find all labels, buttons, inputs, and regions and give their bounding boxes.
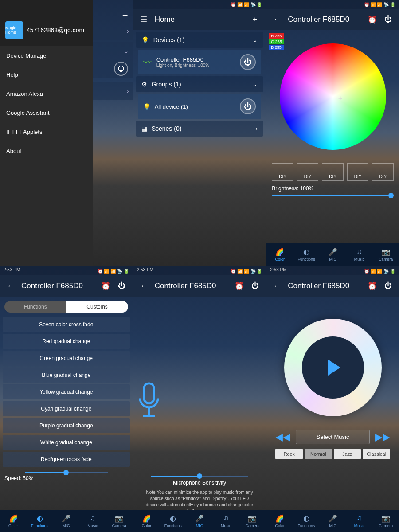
power-icon[interactable]: ⏻ xyxy=(250,281,260,291)
back-icon[interactable]: ← xyxy=(272,14,282,25)
chevron-down-icon: ⌄ xyxy=(124,47,129,55)
section-label: Groups (1) xyxy=(152,81,181,88)
alarm-icon[interactable]: ⏰ xyxy=(367,14,378,25)
tab-music[interactable]: ♫Music xyxy=(346,510,373,532)
page-title: Home xyxy=(155,15,175,24)
power-button[interactable]: ⏻ xyxy=(240,54,256,70)
section-groups[interactable]: ⚙ Groups (1) ⌄ xyxy=(136,76,263,92)
diy-preset[interactable]: DIY xyxy=(347,163,369,181)
alarm-icon[interactable]: ⏰ xyxy=(101,281,111,291)
menu-help[interactable]: Help xyxy=(0,65,93,84)
sensitivity-label: Microphone Sensitivity xyxy=(133,480,266,486)
tab-mic[interactable]: 🎤MIC xyxy=(53,510,79,532)
function-item[interactable]: Blue gradual change xyxy=(3,368,130,383)
user-email: 457162863@qq.com xyxy=(27,27,84,34)
power-icon[interactable]: ⏻ xyxy=(114,62,128,76)
alarm-icon[interactable]: ⏰ xyxy=(234,281,244,291)
menu-ifttt[interactable]: IFTTT Applets xyxy=(0,122,93,141)
function-item[interactable]: Cyan gradual change xyxy=(3,401,130,416)
diy-preset[interactable]: DIY xyxy=(297,163,319,181)
tab-mic[interactable]: 🎤MIC xyxy=(320,243,346,266)
function-item[interactable]: Yellow gradual change xyxy=(3,384,130,399)
power-button[interactable]: ⏻ xyxy=(240,98,256,114)
power-icon[interactable]: ⏻ xyxy=(383,281,394,291)
add-icon[interactable]: + xyxy=(250,14,260,25)
brightness-label: Brightness: 100% xyxy=(272,185,394,192)
function-item[interactable]: White gradual change xyxy=(3,435,130,450)
select-music-button[interactable]: Select Music xyxy=(296,430,370,444)
page-title: Controller F685D0 xyxy=(288,282,349,290)
genre-rock[interactable]: Rock xyxy=(275,449,303,459)
next-button[interactable]: ▶▶ xyxy=(375,431,390,443)
tab-functions[interactable]: ◐Functions xyxy=(293,243,320,266)
tab-music[interactable]: ♫Music xyxy=(79,510,106,532)
function-item[interactable]: Seven color cross fade xyxy=(3,317,130,332)
function-item[interactable]: Purple gradual change xyxy=(3,418,130,433)
sensitivity-slider[interactable] xyxy=(151,476,248,477)
function-item[interactable]: Green gradual change xyxy=(3,351,130,366)
screen-functions: 2:53 PM⏰ 📶 📶 📡 🔋 ← Controller F685D0 ⏰ ⏻… xyxy=(0,266,133,532)
segment-control[interactable]: Functions Customs xyxy=(4,301,128,313)
status-icons: ⏰ 📶 📶 📡 🔋 xyxy=(364,267,395,274)
tab-color[interactable]: 🌈Color xyxy=(266,243,293,266)
function-item[interactable]: Red/green cross fade xyxy=(3,452,130,467)
play-button[interactable] xyxy=(328,360,340,376)
tab-functions[interactable]: ◐Functions xyxy=(160,510,186,532)
status-time: 2:53 PM xyxy=(137,267,153,274)
tab-camera[interactable]: 📷Camera xyxy=(106,510,133,532)
tab-camera[interactable]: 📷Camera xyxy=(239,510,266,532)
menu-google[interactable]: Google Assistant xyxy=(0,103,93,122)
segment-customs[interactable]: Customs xyxy=(66,301,128,313)
tab-color[interactable]: 🌈Color xyxy=(133,510,160,532)
group-row[interactable]: 💡 All device (1) ⏻ xyxy=(138,94,262,119)
back-icon[interactable]: ← xyxy=(272,281,282,291)
device-status: Light on, Brightness: 100% xyxy=(156,63,210,68)
chevron-right-icon: › xyxy=(127,87,129,94)
tab-mic[interactable]: 🎤MIC xyxy=(186,510,213,532)
tab-music[interactable]: ♫Music xyxy=(346,243,373,266)
svg-rect-0 xyxy=(144,383,154,403)
screen-home: ⏰ 📶 📶 📡 🔋 ☰ Home + 💡 Devices (1) ⌄ 〰 Con… xyxy=(133,0,266,266)
speed-slider[interactable] xyxy=(25,472,108,473)
function-item[interactable]: Red gradual change xyxy=(3,334,130,349)
device-row[interactable]: 〰 Controller F685D0 Light on, Brightness… xyxy=(138,50,262,74)
section-devices[interactable]: 💡 Devices (1) ⌄ xyxy=(136,32,263,48)
menu-alexa[interactable]: Amazon Alexa xyxy=(0,84,93,103)
color-picker-cursor: + xyxy=(338,94,342,102)
color-wheel[interactable]: + xyxy=(280,43,386,150)
diy-preset[interactable]: DIY xyxy=(322,163,344,181)
segment-functions[interactable]: Functions xyxy=(4,301,66,313)
brightness-slider[interactable] xyxy=(272,195,394,196)
section-scenes[interactable]: ▦ Scenes (0) › xyxy=(136,121,263,137)
back-icon[interactable]: ← xyxy=(139,281,149,291)
prev-button[interactable]: ◀◀ xyxy=(275,431,290,443)
chevron-down-icon: ⌄ xyxy=(252,36,258,43)
section-label: Scenes (0) xyxy=(152,125,182,132)
tab-camera[interactable]: 📷Camera xyxy=(372,510,399,532)
bottom-tabs: 🌈Color ◐Functions 🎤MIC ♫Music 📷Camera xyxy=(266,243,399,266)
genre-classical[interactable]: Classical xyxy=(363,449,390,459)
tab-color[interactable]: 🌈Color xyxy=(266,510,293,532)
add-icon[interactable]: + xyxy=(122,10,128,21)
menu-icon[interactable]: ☰ xyxy=(139,14,149,25)
tab-functions[interactable]: ◐Functions xyxy=(27,510,53,532)
power-icon[interactable]: ⏻ xyxy=(117,281,127,291)
alarm-icon[interactable]: ⏰ xyxy=(367,281,378,291)
back-icon[interactable]: ← xyxy=(5,281,16,291)
genre-jazz[interactable]: Jazz xyxy=(334,449,361,459)
menu-about[interactable]: About xyxy=(0,141,93,160)
tab-functions[interactable]: ◐Functions xyxy=(293,510,320,532)
tab-music[interactable]: ♫Music xyxy=(213,510,239,532)
cd-visual xyxy=(284,319,382,416)
power-icon[interactable]: ⏻ xyxy=(383,14,394,25)
status-icons: ⏰ 📶 📶 📡 🔋 xyxy=(364,1,395,8)
tab-mic[interactable]: 🎤MIC xyxy=(320,510,346,532)
tab-camera[interactable]: 📷Camera xyxy=(372,243,399,266)
diy-preset[interactable]: DIY xyxy=(272,163,293,181)
genre-normal[interactable]: Normal xyxy=(305,449,332,459)
group-name: All device (1) xyxy=(155,103,188,110)
microphone-icon[interactable] xyxy=(133,381,164,421)
menu-device-manager[interactable]: Device Manager xyxy=(0,46,93,65)
diy-preset[interactable]: DIY xyxy=(372,163,394,181)
tab-color[interactable]: 🌈Color xyxy=(0,510,27,532)
